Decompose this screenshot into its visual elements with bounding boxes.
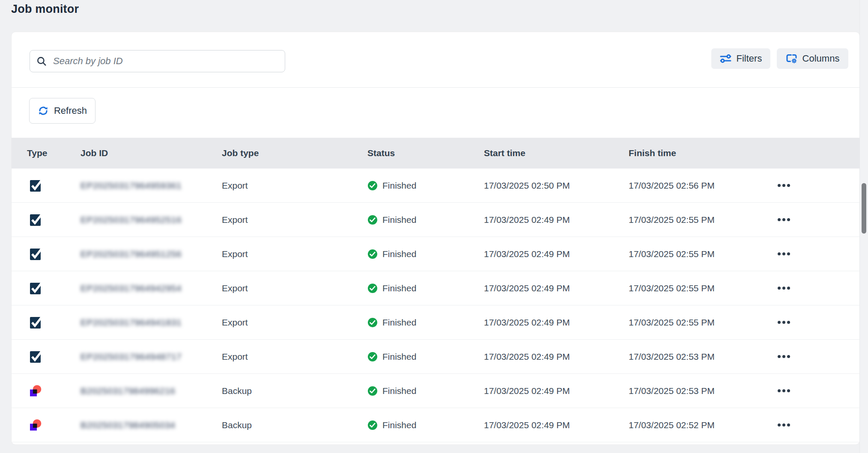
export-type-icon bbox=[30, 213, 43, 227]
finished-status-icon bbox=[367, 317, 378, 328]
status-label: Finished bbox=[382, 215, 416, 225]
table-row: B20250317984996216BackupFinished17/03/20… bbox=[12, 374, 859, 408]
ellipsis-icon bbox=[782, 218, 785, 221]
ellipsis-icon bbox=[778, 389, 781, 392]
ellipsis-icon bbox=[778, 355, 781, 358]
table-row: EP20250317964942954ExportFinished17/03/2… bbox=[12, 271, 859, 305]
finished-status-icon bbox=[367, 352, 378, 362]
ellipsis-icon bbox=[787, 287, 790, 290]
job-monitor-card: Filters Columns bbox=[11, 32, 860, 445]
ellipsis-icon bbox=[787, 184, 790, 187]
ellipsis-icon bbox=[782, 252, 785, 255]
filters-button[interactable]: Filters bbox=[711, 48, 770, 69]
ellipsis-icon bbox=[782, 423, 785, 426]
finish-time-cell: 17/03/2025 02:55 PM bbox=[629, 317, 773, 328]
job-type-cell: Export bbox=[222, 352, 367, 362]
table-row: EP20250317964941831ExportFinished17/03/2… bbox=[12, 305, 859, 340]
table-row: EP20250317964952516ExportFinished17/03/2… bbox=[12, 203, 859, 237]
status-label: Finished bbox=[382, 386, 416, 396]
start-time-cell: 17/03/2025 02:49 PM bbox=[484, 215, 629, 225]
job-type-cell: Export bbox=[222, 249, 367, 259]
status-label: Finished bbox=[382, 352, 416, 362]
row-actions-button[interactable] bbox=[774, 282, 793, 294]
start-time-cell: 17/03/2025 02:49 PM bbox=[484, 420, 629, 430]
finished-status-icon bbox=[367, 249, 378, 259]
job-type-cell: Backup bbox=[222, 420, 367, 430]
ellipsis-icon bbox=[782, 184, 785, 187]
filters-button-label: Filters bbox=[737, 53, 762, 64]
ellipsis-icon bbox=[787, 355, 790, 358]
row-actions-button[interactable] bbox=[774, 180, 793, 191]
export-type-icon bbox=[30, 247, 43, 261]
status-label: Finished bbox=[382, 317, 416, 328]
start-time-cell: 17/03/2025 02:49 PM bbox=[484, 352, 629, 362]
toolbar-divider bbox=[12, 87, 859, 88]
table-row: B20250317984905034BackupFinished17/03/20… bbox=[12, 408, 859, 442]
start-time-cell: 17/03/2025 02:49 PM bbox=[484, 283, 629, 293]
finish-time-cell: 17/03/2025 02:52 PM bbox=[629, 420, 773, 430]
job-id-blurred-text: B20250317984905034 bbox=[81, 420, 176, 430]
job-type-cell: Export bbox=[222, 317, 367, 328]
ellipsis-icon bbox=[782, 321, 785, 324]
ellipsis-icon bbox=[782, 287, 785, 290]
row-actions-button[interactable] bbox=[774, 317, 793, 328]
row-actions-button[interactable] bbox=[774, 214, 793, 225]
vertical-scrollbar[interactable] bbox=[859, 0, 868, 453]
row-actions-button[interactable] bbox=[774, 351, 793, 362]
columns-settings-icon bbox=[786, 53, 797, 64]
export-type-icon bbox=[30, 179, 43, 192]
ellipsis-icon bbox=[778, 321, 781, 324]
job-id-blurred-text: EP20250317964941831 bbox=[81, 317, 182, 328]
table-row: EP20250317964959361ExportFinished17/03/2… bbox=[12, 169, 859, 203]
row-actions-button[interactable] bbox=[774, 385, 793, 397]
jobs-table: TypeJob IDJob typeStatusStart timeFinish… bbox=[12, 138, 859, 444]
filter-sliders-icon bbox=[720, 53, 731, 64]
columns-button[interactable]: Columns bbox=[777, 48, 848, 69]
refresh-button-label: Refresh bbox=[54, 105, 87, 116]
row-actions-button[interactable] bbox=[774, 248, 793, 260]
ellipsis-icon bbox=[787, 218, 790, 221]
columns-button-label: Columns bbox=[802, 53, 840, 64]
column-header: Finish time bbox=[629, 148, 773, 158]
ellipsis-icon bbox=[778, 423, 781, 426]
finished-status-icon bbox=[367, 283, 378, 293]
backup-type-icon bbox=[30, 419, 42, 431]
ellipsis-icon bbox=[782, 389, 785, 392]
finish-time-cell: 17/03/2025 02:55 PM bbox=[629, 283, 773, 293]
refresh-icon bbox=[38, 105, 49, 116]
job-id-blurred-text: EP20250317964942954 bbox=[81, 283, 182, 293]
scrollbar-thumb[interactable] bbox=[862, 183, 866, 234]
start-time-cell: 17/03/2025 02:50 PM bbox=[484, 181, 629, 191]
export-type-icon bbox=[30, 350, 43, 364]
backup-type-icon bbox=[30, 385, 42, 397]
finished-status-icon bbox=[367, 181, 378, 191]
search-input[interactable] bbox=[52, 55, 279, 67]
start-time-cell: 17/03/2025 02:49 PM bbox=[484, 249, 629, 259]
ellipsis-icon bbox=[787, 252, 790, 255]
start-time-cell: 17/03/2025 02:49 PM bbox=[484, 317, 629, 328]
ellipsis-icon bbox=[787, 423, 790, 426]
refresh-button[interactable]: Refresh bbox=[29, 98, 95, 124]
finish-time-cell: 17/03/2025 02:55 PM bbox=[629, 249, 773, 259]
row-actions-button[interactable] bbox=[774, 419, 793, 431]
ellipsis-icon bbox=[778, 252, 781, 255]
column-header: Type bbox=[27, 148, 81, 158]
ellipsis-icon bbox=[787, 321, 790, 324]
job-type-cell: Backup bbox=[222, 386, 367, 396]
table-row: EP20250317964951256ExportFinished17/03/2… bbox=[12, 237, 859, 271]
page-title: Job monitor bbox=[11, 3, 79, 16]
ellipsis-icon bbox=[782, 355, 785, 358]
job-id-blurred-text: EP20250317964951256 bbox=[81, 249, 182, 259]
finished-status-icon bbox=[367, 215, 378, 225]
export-type-icon bbox=[30, 316, 43, 329]
column-header: Start time bbox=[484, 148, 629, 158]
job-id-blurred-text: B20250317984996216 bbox=[81, 386, 176, 396]
ellipsis-icon bbox=[778, 218, 781, 221]
search-box[interactable] bbox=[30, 50, 285, 72]
ellipsis-icon bbox=[778, 287, 781, 290]
finish-time-cell: 17/03/2025 02:56 PM bbox=[629, 181, 773, 191]
job-type-cell: Export bbox=[222, 215, 367, 225]
column-header: Job type bbox=[222, 148, 367, 158]
job-type-cell: Export bbox=[222, 181, 367, 191]
status-label: Finished bbox=[382, 283, 416, 293]
